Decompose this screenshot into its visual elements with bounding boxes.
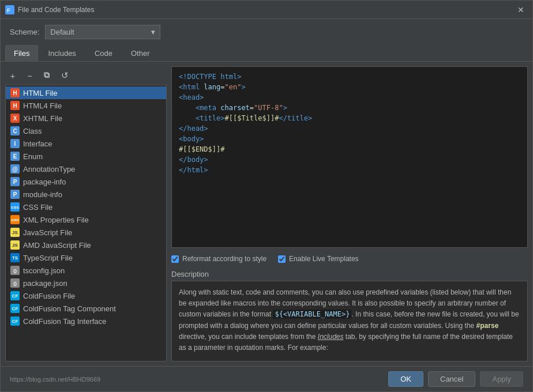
file-item-name: XHTML File [23,114,62,123]
scheme-row: Scheme: Default ▾ [1,19,532,45]
file-item-name: Interface [23,140,52,148]
file-type-icon: css [10,202,20,212]
scheme-value: Default [50,28,74,36]
file-type-icon: {} [10,278,20,288]
list-item[interactable]: JSJavaScript File [6,226,166,239]
list-item[interactable]: cssCSS File [6,201,166,213]
code-editor[interactable]: <!DOCTYPE html> <html lang="en"> <head> … [171,66,528,248]
description-text: Along with static text, code and comment… [171,281,528,361]
file-type-icon: xml [10,215,20,224]
list-item[interactable]: HHTML4 File [6,99,166,112]
file-item-name: ColdFusion File [23,292,75,300]
file-type-icon: {} [10,266,20,275]
list-item[interactable]: {}package.json [6,277,166,289]
live-templates-checkbox[interactable] [278,255,286,263]
file-item-name: XML Properties File [23,216,89,224]
help-area: https://blog.csdn.net/HBHD9669 [10,376,384,383]
svg-rect-3 [44,73,48,77]
file-item-name: AnnotationType [23,165,75,174]
file-item-name: package-info [23,178,66,186]
file-type-icon: H [10,88,20,97]
file-item-name: CSS File [23,203,52,212]
dialog-title: File and Code Templates [18,6,514,14]
file-item-name: Enum [23,152,43,161]
list-item[interactable]: Ppackage-info [6,175,166,188]
live-templates-option[interactable]: Enable Live Templates [278,255,359,263]
file-item-name: ColdFusion Tag Component [23,304,116,313]
tab-files[interactable]: Files [5,45,38,61]
file-type-icon: JS [10,240,20,250]
tabs-bar: Files Includes Code Other [1,45,532,62]
bottom-bar: https://blog.csdn.net/HBHD9669 OK Cancel… [1,366,532,391]
scheme-label: Scheme: [10,28,39,36]
tab-other[interactable]: Other [122,45,159,61]
title-bar: F File and Code Templates ✕ [1,1,532,19]
options-row: Reformat according to style Enable Live … [171,252,528,265]
toolbar: + − ↺ [5,66,167,85]
right-panel: <!DOCTYPE html> <html lang="en"> <head> … [171,66,528,361]
reformat-checkbox[interactable] [171,255,179,263]
list-item[interactable]: CFColdFusion Tag Interface [6,315,166,327]
file-item-name: tsconfig.json [23,266,65,275]
list-item[interactable]: HHTML File [6,86,166,99]
file-type-icon: I [10,139,20,148]
list-item[interactable]: @AnnotationType [6,163,166,175]
dialog-icon: F [5,5,14,14]
file-item-name: module-info [23,190,62,199]
tab-includes[interactable]: Includes [39,45,84,61]
list-item[interactable]: EEnum [6,150,166,163]
url-text: https://blog.csdn.net/HBHD9669 [10,376,100,383]
file-item-name: HTML File [23,89,57,97]
remove-button[interactable]: − [22,69,37,82]
svg-text:F: F [7,7,10,13]
ok-button[interactable]: OK [388,371,423,387]
copy-button[interactable] [40,69,55,82]
live-templates-label: Enable Live Templates [289,255,359,263]
file-type-icon: TS [10,253,20,262]
file-type-icon: X [10,114,20,123]
dropdown-arrow-icon: ▾ [151,28,155,36]
file-list[interactable]: HHTML FileHHTML4 FileXXHTML FileCClassII… [5,85,167,361]
list-item[interactable]: IInterface [6,137,166,150]
dialog: F File and Code Templates ✕ Scheme: Defa… [0,0,533,392]
cancel-button[interactable]: Cancel [428,371,475,387]
file-item-name: JavaScript File [23,228,72,237]
list-item[interactable]: CFColdFusion Tag Component [6,302,166,315]
left-panel: + − ↺ HHTML FileHHTML4 FileXXHTML FileCC… [5,66,167,361]
list-item[interactable]: XXHTML File [6,112,166,125]
add-button[interactable]: + [5,69,20,82]
main-content: + − ↺ HHTML FileHHTML4 FileXXHTML FileCC… [1,62,532,366]
tab-code[interactable]: Code [86,45,121,61]
description-label: Description [171,270,528,278]
file-type-icon: C [10,126,20,135]
reset-button[interactable]: ↺ [57,69,72,82]
file-type-icon: CF [10,291,20,300]
file-type-icon: CF [10,316,20,326]
description-section: Description Along with static text, code… [171,270,528,361]
list-item[interactable]: {}tsconfig.json [6,264,166,277]
list-item[interactable]: CClass [6,125,166,137]
file-item-name: package.json [23,279,67,288]
file-item-name: Class [23,127,42,135]
close-button[interactable]: ✕ [514,4,528,16]
svg-rect-2 [46,74,50,78]
file-type-icon: H [10,101,20,110]
file-type-icon: E [10,152,20,161]
file-type-icon: JS [10,228,20,237]
list-item[interactable]: CFColdFusion File [6,289,166,302]
file-type-icon: P [10,177,20,186]
file-item-name: ColdFusion Tag Interface [23,317,106,326]
reformat-label: Reformat according to style [182,255,266,263]
file-type-icon: CF [10,304,20,313]
list-item[interactable]: Pmodule-info [6,188,166,201]
list-item[interactable]: xmlXML Properties File [6,213,166,226]
reformat-option[interactable]: Reformat according to style [171,255,266,263]
list-item[interactable]: JSAMD JavaScript File [6,239,166,251]
file-type-icon: P [10,190,20,199]
list-item[interactable]: TSTypeScript File [6,251,166,264]
file-item-name: TypeScript File [23,254,73,262]
scheme-dropdown[interactable]: Default ▾ [45,25,160,39]
apply-button[interactable]: Apply [480,371,523,387]
file-type-icon: @ [10,164,20,174]
file-item-name: AMD JavaScript File [23,241,91,250]
